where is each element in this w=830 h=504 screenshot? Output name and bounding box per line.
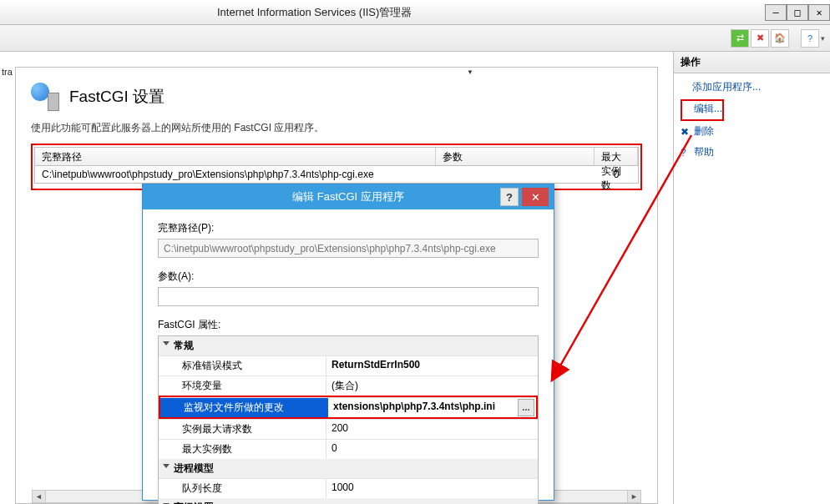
col-full-path[interactable]: 完整路径: [35, 148, 436, 165]
monitor-changes-value: xtensions\php\php7.3.4nts\php.ini: [333, 401, 495, 412]
action-edit-wrap: 编辑...: [681, 99, 823, 123]
fastcgi-icon: [31, 83, 59, 111]
category-advanced[interactable]: 高级设置: [159, 498, 538, 504]
property-grid[interactable]: 常规 标准错误模式 ReturnStdErrIn500 环境变量 (集合) 监视…: [158, 335, 539, 504]
delete-icon: ✖: [681, 126, 692, 138]
dialog-titlebar[interactable]: 编辑 FastCGI 应用程序 ? ✕: [143, 184, 554, 209]
col-max-instances[interactable]: 最大实例数: [595, 148, 638, 165]
dialog-title: 编辑 FastCGI 应用程序: [292, 189, 404, 204]
dialog-close-button[interactable]: ✕: [522, 188, 549, 206]
params-label: 参数(A):: [158, 270, 539, 284]
close-button[interactable]: ✕: [808, 4, 830, 21]
connect-icon[interactable]: ⇄: [731, 29, 749, 48]
sort-indicator-icon: ▼: [467, 68, 473, 76]
params-input[interactable]: [158, 287, 539, 306]
prop-stderr-mode[interactable]: 标准错误模式 ReturnStdErrIn500: [159, 355, 538, 375]
monitor-changes-annotation-box: 监视对文件所做的更改 xtensions\php\php7.3.4nts\php…: [159, 396, 538, 419]
table-row[interactable]: C:\inetpub\wwwroot\phpstudy_pro\Extensio…: [34, 165, 639, 184]
action-add-application[interactable]: 添加应用程序...: [681, 78, 823, 99]
action-delete-label: 删除: [694, 125, 714, 137]
page-description: 使用此功能可配置此服务器上的网站所使用的 FastCGI 应用程序。: [31, 121, 642, 135]
home-icon[interactable]: 🏠: [771, 29, 789, 48]
category-process[interactable]: 进程模型: [159, 459, 538, 478]
full-path-label: 完整路径(P):: [158, 221, 539, 235]
prop-monitor-changes[interactable]: 监视对文件所做的更改 xtensions\php\php7.3.4nts\php…: [160, 397, 536, 417]
dialog-body: 完整路径(P): 参数(A): FastCGI 属性: 常规 标准错误模式 Re…: [143, 209, 554, 504]
page-title: FastCGI 设置: [69, 86, 164, 108]
action-help[interactable]: ?帮助: [681, 144, 823, 164]
dialog-help-button[interactable]: ?: [500, 188, 519, 206]
prop-max-requests[interactable]: 实例最大请求数 200: [159, 419, 538, 439]
page-header: FastCGI 设置: [31, 83, 642, 111]
browse-button[interactable]: …: [518, 399, 534, 416]
window-title: Internet Information Services (IIS)管理器: [217, 5, 412, 20]
col-params[interactable]: 参数: [436, 148, 595, 165]
scroll-left-icon[interactable]: ◄: [33, 491, 46, 502]
stop-icon[interactable]: ✖: [751, 29, 769, 48]
prop-env-vars[interactable]: 环境变量 (集合): [159, 375, 538, 396]
window-titlebar: Internet Information Services (IIS)管理器 —…: [0, 0, 830, 25]
full-path-input[interactable]: [158, 239, 539, 258]
window-controls: — □ ✕: [765, 4, 830, 21]
help-icon[interactable]: ?: [801, 29, 819, 48]
help-small-icon: ?: [681, 147, 692, 159]
actions-title: 操作: [674, 52, 830, 73]
category-general[interactable]: 常规: [159, 336, 538, 355]
scroll-right-icon[interactable]: ►: [627, 491, 640, 502]
action-help-label: 帮助: [694, 146, 714, 158]
maximize-button[interactable]: □: [787, 4, 808, 21]
props-label: FastCGI 属性:: [158, 318, 539, 332]
actions-panel: 操作 添加应用程序... 编辑... ✖删除 ?帮助: [673, 52, 830, 504]
edit-fastcgi-dialog: 编辑 FastCGI 应用程序 ? ✕ 完整路径(P): 参数(A): Fast…: [142, 184, 554, 501]
action-edit[interactable]: 编辑...: [681, 99, 724, 121]
toolbar: ⇄ ✖ 🏠 ? ▾: [0, 25, 830, 52]
action-delete[interactable]: ✖删除: [681, 123, 823, 144]
cell-path: C:\inetpub\wwwroot\phpstudy_pro\Extensio…: [35, 166, 436, 183]
prop-max-instances[interactable]: 最大实例数 0: [159, 439, 538, 459]
prop-queue-length[interactable]: 队列长度 1000: [159, 478, 538, 498]
cell-param: [436, 166, 595, 183]
grid-header[interactable]: 完整路径 参数 最大实例数 ▼: [34, 147, 639, 165]
minimize-button[interactable]: —: [765, 4, 787, 21]
